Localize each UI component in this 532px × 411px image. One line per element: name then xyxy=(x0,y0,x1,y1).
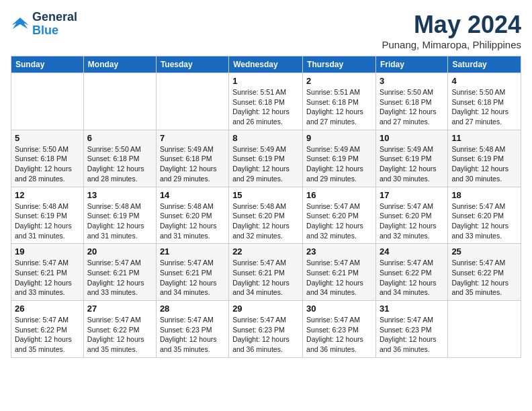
day-info: Sunrise: 5:51 AM Sunset: 6:18 PM Dayligh… xyxy=(306,87,372,127)
day-number: 25 xyxy=(451,246,517,257)
day-info: Sunrise: 5:47 AM Sunset: 6:23 PM Dayligh… xyxy=(306,315,372,355)
day-number: 14 xyxy=(160,190,225,200)
day-info: Sunrise: 5:50 AM Sunset: 6:18 PM Dayligh… xyxy=(87,144,152,184)
calendar-cell: 28Sunrise: 5:47 AM Sunset: 6:23 PM Dayli… xyxy=(156,301,228,358)
weekday-header-friday: Friday xyxy=(375,56,447,73)
calendar-cell: 3Sunrise: 5:50 AM Sunset: 6:18 PM Daylig… xyxy=(375,73,447,130)
calendar-cell xyxy=(11,73,84,130)
calendar-cell: 21Sunrise: 5:47 AM Sunset: 6:21 PM Dayli… xyxy=(156,244,228,301)
calendar-cell: 26Sunrise: 5:47 AM Sunset: 6:22 PM Dayli… xyxy=(11,301,84,358)
calendar-cell: 29Sunrise: 5:47 AM Sunset: 6:23 PM Dayli… xyxy=(229,301,303,358)
day-info: Sunrise: 5:48 AM Sunset: 6:19 PM Dayligh… xyxy=(451,144,517,184)
day-info: Sunrise: 5:47 AM Sunset: 6:21 PM Dayligh… xyxy=(87,258,152,298)
day-number: 28 xyxy=(160,304,225,314)
calendar-cell xyxy=(448,301,521,358)
day-number: 30 xyxy=(306,304,372,314)
day-number: 10 xyxy=(380,133,444,143)
calendar-cell xyxy=(83,73,156,130)
calendar-cell: 20Sunrise: 5:47 AM Sunset: 6:21 PM Dayli… xyxy=(83,244,156,301)
day-number: 27 xyxy=(87,304,152,314)
calendar-cell: 7Sunrise: 5:49 AM Sunset: 6:18 PM Daylig… xyxy=(156,130,228,187)
calendar-cell: 27Sunrise: 5:47 AM Sunset: 6:22 PM Dayli… xyxy=(83,301,156,358)
calendar-cell: 9Sunrise: 5:49 AM Sunset: 6:19 PM Daylig… xyxy=(303,130,376,187)
day-info: Sunrise: 5:49 AM Sunset: 6:19 PM Dayligh… xyxy=(380,144,444,184)
day-info: Sunrise: 5:49 AM Sunset: 6:18 PM Dayligh… xyxy=(160,144,225,184)
day-number: 29 xyxy=(232,304,299,314)
day-info: Sunrise: 5:47 AM Sunset: 6:21 PM Dayligh… xyxy=(232,258,299,298)
day-number: 7 xyxy=(160,133,225,143)
day-info: Sunrise: 5:47 AM Sunset: 6:23 PM Dayligh… xyxy=(232,315,299,355)
day-info: Sunrise: 5:48 AM Sunset: 6:19 PM Dayligh… xyxy=(15,201,80,241)
calendar-cell: 23Sunrise: 5:47 AM Sunset: 6:21 PM Dayli… xyxy=(303,244,376,301)
calendar-cell: 19Sunrise: 5:47 AM Sunset: 6:21 PM Dayli… xyxy=(11,244,84,301)
svg-marker-0 xyxy=(11,17,28,29)
calendar-cell: 15Sunrise: 5:48 AM Sunset: 6:20 PM Dayli… xyxy=(229,187,303,244)
day-number: 9 xyxy=(306,133,372,143)
calendar-cell: 25Sunrise: 5:47 AM Sunset: 6:22 PM Dayli… xyxy=(448,244,521,301)
calendar-cell: 1Sunrise: 5:51 AM Sunset: 6:18 PM Daylig… xyxy=(229,73,303,130)
day-info: Sunrise: 5:47 AM Sunset: 6:23 PM Dayligh… xyxy=(380,315,444,355)
day-info: Sunrise: 5:51 AM Sunset: 6:18 PM Dayligh… xyxy=(232,87,299,127)
day-info: Sunrise: 5:47 AM Sunset: 6:22 PM Dayligh… xyxy=(87,315,152,355)
day-info: Sunrise: 5:47 AM Sunset: 6:20 PM Dayligh… xyxy=(306,201,372,241)
calendar-cell: 4Sunrise: 5:50 AM Sunset: 6:18 PM Daylig… xyxy=(448,73,521,130)
day-number: 3 xyxy=(380,76,444,86)
month-year-title: May 2024 xyxy=(382,11,521,39)
day-number: 19 xyxy=(15,246,80,257)
location-label: Punang, Mimaropa, Philippines xyxy=(382,39,521,50)
weekday-header-row: SundayMondayTuesdayWednesdayThursdayFrid… xyxy=(11,56,521,73)
calendar-cell: 13Sunrise: 5:48 AM Sunset: 6:19 PM Dayli… xyxy=(83,187,156,244)
calendar-cell: 22Sunrise: 5:47 AM Sunset: 6:21 PM Dayli… xyxy=(229,244,303,301)
weekday-header-sunday: Sunday xyxy=(11,56,84,73)
calendar-week-3: 12Sunrise: 5:48 AM Sunset: 6:19 PM Dayli… xyxy=(11,187,521,244)
day-info: Sunrise: 5:47 AM Sunset: 6:22 PM Dayligh… xyxy=(15,315,80,355)
calendar-table: SundayMondayTuesdayWednesdayThursdayFrid… xyxy=(11,56,521,358)
day-number: 24 xyxy=(380,246,444,257)
day-number: 4 xyxy=(451,76,517,86)
day-number: 8 xyxy=(232,133,299,143)
day-info: Sunrise: 5:49 AM Sunset: 6:19 PM Dayligh… xyxy=(306,144,372,184)
day-info: Sunrise: 5:47 AM Sunset: 6:22 PM Dayligh… xyxy=(451,258,517,298)
calendar-week-1: 1Sunrise: 5:51 AM Sunset: 6:18 PM Daylig… xyxy=(11,73,521,130)
calendar-cell: 11Sunrise: 5:48 AM Sunset: 6:19 PM Dayli… xyxy=(448,130,521,187)
logo-icon xyxy=(11,15,30,34)
calendar-cell: 31Sunrise: 5:47 AM Sunset: 6:23 PM Dayli… xyxy=(375,301,447,358)
day-number: 22 xyxy=(232,246,299,257)
title-block: May 2024 Punang, Mimaropa, Philippines xyxy=(382,11,521,50)
day-info: Sunrise: 5:48 AM Sunset: 6:20 PM Dayligh… xyxy=(232,201,299,241)
calendar-cell: 2Sunrise: 5:51 AM Sunset: 6:18 PM Daylig… xyxy=(303,73,376,130)
day-info: Sunrise: 5:47 AM Sunset: 6:20 PM Dayligh… xyxy=(451,201,517,241)
calendar-cell: 8Sunrise: 5:49 AM Sunset: 6:19 PM Daylig… xyxy=(229,130,303,187)
day-number: 15 xyxy=(232,190,299,200)
day-number: 11 xyxy=(451,133,517,143)
calendar-cell: 12Sunrise: 5:48 AM Sunset: 6:19 PM Dayli… xyxy=(11,187,84,244)
calendar-week-2: 5Sunrise: 5:50 AM Sunset: 6:18 PM Daylig… xyxy=(11,130,521,187)
day-info: Sunrise: 5:47 AM Sunset: 6:23 PM Dayligh… xyxy=(160,315,225,355)
calendar-week-5: 26Sunrise: 5:47 AM Sunset: 6:22 PM Dayli… xyxy=(11,301,521,358)
day-number: 16 xyxy=(306,190,372,200)
logo: General Blue xyxy=(11,11,77,38)
day-info: Sunrise: 5:48 AM Sunset: 6:20 PM Dayligh… xyxy=(160,201,225,241)
calendar-cell: 14Sunrise: 5:48 AM Sunset: 6:20 PM Dayli… xyxy=(156,187,228,244)
day-number: 2 xyxy=(306,76,372,86)
day-info: Sunrise: 5:50 AM Sunset: 6:18 PM Dayligh… xyxy=(15,144,80,184)
calendar-cell: 10Sunrise: 5:49 AM Sunset: 6:19 PM Dayli… xyxy=(375,130,447,187)
day-number: 1 xyxy=(232,76,299,86)
calendar-cell: 6Sunrise: 5:50 AM Sunset: 6:18 PM Daylig… xyxy=(83,130,156,187)
day-number: 6 xyxy=(87,133,152,143)
day-number: 20 xyxy=(87,246,152,257)
day-info: Sunrise: 5:47 AM Sunset: 6:22 PM Dayligh… xyxy=(380,258,444,298)
weekday-header-wednesday: Wednesday xyxy=(229,56,303,73)
calendar-cell: 16Sunrise: 5:47 AM Sunset: 6:20 PM Dayli… xyxy=(303,187,376,244)
weekday-header-thursday: Thursday xyxy=(303,56,376,73)
calendar-header: SundayMondayTuesdayWednesdayThursdayFrid… xyxy=(11,56,521,73)
day-info: Sunrise: 5:47 AM Sunset: 6:20 PM Dayligh… xyxy=(380,201,444,241)
day-info: Sunrise: 5:50 AM Sunset: 6:18 PM Dayligh… xyxy=(451,87,517,127)
day-number: 12 xyxy=(15,190,80,200)
weekday-header-saturday: Saturday xyxy=(448,56,521,73)
day-number: 5 xyxy=(15,133,80,143)
page-header: General Blue May 2024 Punang, Mimaropa, … xyxy=(11,11,521,50)
day-info: Sunrise: 5:47 AM Sunset: 6:21 PM Dayligh… xyxy=(306,258,372,298)
day-info: Sunrise: 5:48 AM Sunset: 6:19 PM Dayligh… xyxy=(87,201,152,241)
calendar-cell: 30Sunrise: 5:47 AM Sunset: 6:23 PM Dayli… xyxy=(303,301,376,358)
